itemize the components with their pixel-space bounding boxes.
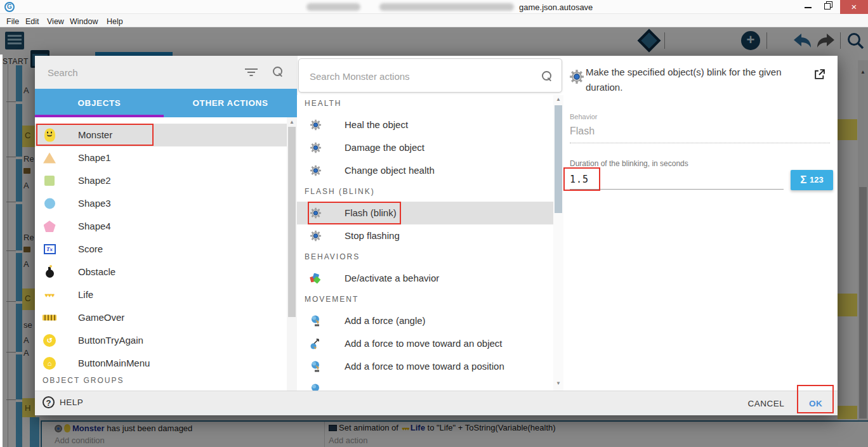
action-row-add-force-angle[interactable]: Add a force (angle) bbox=[297, 309, 553, 332]
behaviors-icon bbox=[309, 273, 322, 284]
action-row-damage[interactable]: Damage the object bbox=[297, 136, 553, 159]
filter-icon[interactable] bbox=[244, 67, 258, 77]
object-row-gameover[interactable]: GameOver bbox=[35, 306, 287, 329]
sigma-icon bbox=[800, 174, 810, 186]
redacted-title-segment bbox=[306, 3, 360, 11]
restore-button[interactable] bbox=[821, 0, 839, 14]
behavior-field-label: Behavior bbox=[570, 113, 597, 120]
menu-window[interactable]: Window bbox=[67, 16, 100, 27]
square-icon bbox=[43, 176, 56, 186]
minimize-button[interactable] bbox=[801, 0, 819, 14]
object-row-shape2[interactable]: Shape2 bbox=[35, 169, 287, 192]
menu-view[interactable]: View bbox=[44, 16, 67, 27]
filter-line bbox=[245, 68, 258, 70]
object-search-input[interactable] bbox=[48, 63, 232, 81]
health-behavior-icon bbox=[309, 120, 322, 131]
ok-button[interactable]: OK bbox=[801, 396, 830, 411]
close-button[interactable] bbox=[840, 0, 868, 14]
object-groups-header: OBJECT GROUPS bbox=[43, 376, 124, 385]
action-row-heal[interactable]: Heal the object bbox=[297, 113, 553, 136]
search-icon bbox=[542, 71, 552, 81]
menu-help[interactable]: Help bbox=[104, 16, 126, 27]
section-header-health: HEALTH bbox=[305, 99, 341, 108]
restore-icon bbox=[824, 3, 831, 10]
hearts-icon bbox=[43, 292, 56, 299]
minimize-icon bbox=[805, 7, 812, 8]
action-row-change-health[interactable]: Change object health bbox=[297, 159, 553, 182]
flash-behavior-icon bbox=[309, 208, 322, 219]
window-title: game.json.autosave bbox=[519, 3, 593, 12]
force-icon bbox=[309, 384, 322, 391]
open-in-new-icon[interactable] bbox=[813, 68, 825, 83]
health-behavior-icon bbox=[309, 165, 322, 176]
scrollbar-up-icon[interactable]: ▲ bbox=[553, 96, 563, 102]
triangle-icon bbox=[43, 153, 56, 164]
banner-icon bbox=[43, 315, 56, 321]
action-search-bar bbox=[298, 58, 562, 93]
pentagon-icon bbox=[43, 221, 56, 232]
behavior-field-value: Flash bbox=[570, 126, 595, 137]
text-object-icon bbox=[43, 244, 56, 254]
filter-line bbox=[247, 72, 255, 73]
duration-input[interactable] bbox=[570, 172, 784, 190]
action-row-clipped[interactable] bbox=[297, 378, 553, 391]
health-behavior-icon bbox=[309, 143, 322, 153]
gdevelop-logo-icon bbox=[4, 2, 15, 12]
window-edge bbox=[0, 55, 3, 447]
action-row-force-toward-object[interactable]: Add a force to move toward an object bbox=[297, 332, 553, 355]
circle-icon bbox=[43, 198, 56, 209]
scrollbar-down-icon[interactable]: ▼ bbox=[553, 380, 563, 386]
monster-icon bbox=[43, 129, 56, 142]
object-row-score[interactable]: Score bbox=[35, 238, 287, 261]
tab-objects[interactable]: OBJECTS bbox=[35, 89, 164, 117]
object-row-obstacle[interactable]: Obstacle bbox=[35, 261, 287, 283]
tab-other-actions[interactable]: OTHER ACTIONS bbox=[164, 89, 297, 117]
flash-behavior-icon bbox=[570, 70, 584, 86]
behavior-field-underline bbox=[570, 143, 830, 143]
object-row-shape3[interactable]: Shape3 bbox=[35, 192, 287, 215]
force-toward-object-icon bbox=[309, 338, 322, 349]
action-list-scrollbar-thumb[interactable] bbox=[555, 105, 562, 213]
dialog-tabs: OBJECTS OTHER ACTIONS bbox=[35, 89, 297, 117]
object-row-monster[interactable]: Monster bbox=[35, 124, 287, 146]
action-description: Make the specified object(s) blink for t… bbox=[586, 65, 812, 95]
action-row-deactivate-behavior[interactable]: De/activate a behavior bbox=[297, 267, 553, 290]
dialog-footer: HELP CANCEL OK bbox=[35, 391, 838, 415]
filter-line bbox=[250, 75, 253, 76]
action-search-input[interactable] bbox=[310, 67, 519, 85]
menu-edit[interactable]: Edit bbox=[23, 16, 42, 27]
section-header-behaviors: BEHAVIORS bbox=[305, 252, 360, 261]
object-list: Monster Shape1 Shape2 Shape3 Shape4 Scor… bbox=[35, 117, 297, 391]
object-list-scrollbar-thumb[interactable] bbox=[288, 127, 296, 317]
flash-behavior-icon bbox=[309, 231, 322, 242]
scrollbar-up-icon[interactable]: ▲ bbox=[287, 119, 297, 125]
help-button[interactable]: HELP bbox=[43, 396, 83, 411]
object-row-shape1[interactable]: Shape1 bbox=[35, 146, 287, 169]
action-row-flash-blink[interactable]: Flash (blink) bbox=[297, 202, 553, 224]
cancel-button[interactable]: CANCEL bbox=[739, 396, 793, 411]
force-icon bbox=[309, 361, 322, 373]
object-row-shape4[interactable]: Shape4 bbox=[35, 215, 287, 238]
search-icon bbox=[273, 67, 283, 77]
action-row-stop-flashing[interactable]: Stop flashing bbox=[297, 224, 553, 247]
object-row-buttontryagain[interactable]: ButtonTryAgain bbox=[35, 329, 287, 352]
expression-editor-button[interactable]: 123 bbox=[791, 170, 833, 190]
section-header-movement: MOVEMENT bbox=[305, 295, 358, 304]
section-header-flash: FLASH (BLINK) bbox=[305, 187, 375, 196]
menu-file[interactable]: File bbox=[4, 16, 22, 27]
instruction-editor-dialog: OBJECTS OTHER ACTIONS Monster Shape1 Sha… bbox=[35, 56, 838, 415]
force-icon bbox=[309, 315, 322, 327]
retry-button-icon bbox=[43, 334, 56, 347]
object-row-life[interactable]: Life bbox=[35, 283, 287, 306]
home-button-icon bbox=[43, 357, 56, 370]
action-row-force-toward-position[interactable]: Add a force to move toward a position bbox=[297, 355, 553, 378]
help-icon bbox=[43, 396, 55, 408]
app-background: START A C Re A Re A C se A A H ▲ Monster… bbox=[0, 27, 868, 447]
redacted-title-segment bbox=[379, 3, 514, 11]
duration-field-label: Duration of the blinking, in seconds bbox=[570, 159, 688, 168]
bomb-icon bbox=[43, 266, 56, 278]
action-list: HEALTH Heal the object Damage the object… bbox=[297, 95, 553, 391]
object-search-bar bbox=[35, 56, 297, 89]
menu-bar: File Edit View Window Help bbox=[0, 14, 868, 27]
object-row-buttonmainmenu[interactable]: ButtonMainMenu bbox=[35, 352, 287, 375]
